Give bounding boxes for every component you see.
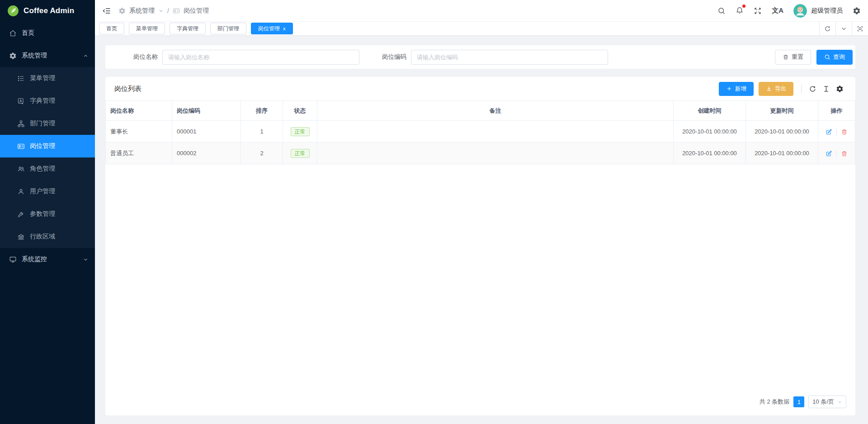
status-badge: 正常: [291, 149, 310, 158]
tab-dept-mgmt[interactable]: 部门管理: [210, 23, 246, 34]
cell-status: 正常: [283, 121, 317, 143]
cell-post-code: 000001: [172, 121, 241, 143]
sidebar-item-role-mgmt[interactable]: 角色管理: [0, 157, 95, 180]
column-settings-button[interactable]: [833, 82, 846, 95]
sidebar: Coffee Admin 首页 系统管理 菜单管理 字典管理 部门管理: [0, 0, 95, 424]
breadcrumb-separator: /: [167, 7, 169, 14]
topbar: 系统管理 / 岗位管理 文A 超级管理员: [95, 0, 868, 22]
tab-dict-mgmt[interactable]: 字典管理: [170, 23, 206, 34]
breadcrumb-item[interactable]: 系统管理: [129, 7, 155, 15]
sidebar-item-label: 系统监控: [22, 255, 47, 263]
cell-created: 2020-10-01 00:00:00: [674, 121, 746, 143]
home-icon: [9, 29, 17, 37]
search-icon[interactable]: [717, 7, 726, 15]
add-button-label: 新增: [735, 85, 746, 93]
post-code-label: 岗位编码: [382, 53, 406, 61]
tab-label: 岗位管理: [258, 25, 280, 33]
sidebar-item-system[interactable]: 系统管理: [0, 44, 95, 67]
column-header: 岗位编码: [172, 101, 241, 121]
page-button-1[interactable]: 1: [793, 396, 804, 407]
sidebar-item-menu-mgmt[interactable]: 菜单管理: [0, 67, 95, 90]
gear-icon: [9, 52, 17, 60]
table-row[interactable]: 普通员工 000002 2 正常 2020-10-01 00:00:00 202…: [106, 143, 855, 164]
sidebar-item-label: 行政区域: [30, 233, 55, 241]
sidebar-item-dict-mgmt[interactable]: 字典管理: [0, 90, 95, 112]
row-density-button[interactable]: [819, 82, 833, 95]
sidebar-submenu-system: 菜单管理 字典管理 部门管理 岗位管理 角色管理 用户管理: [0, 67, 95, 248]
page-size-select[interactable]: 10 条/页: [808, 395, 846, 408]
cell-status: 正常: [283, 143, 317, 164]
cell-remark: [317, 143, 674, 164]
tab-label: 菜单管理: [136, 25, 158, 33]
app-root: Coffee Admin 首页 系统管理 菜单管理 字典管理 部门管理: [0, 0, 868, 424]
chevron-down-icon: [837, 400, 842, 405]
page-size-value: 10 条/页: [812, 398, 834, 406]
settings-gear-icon[interactable]: [853, 7, 861, 15]
sidebar-item-label: 岗位管理: [30, 142, 55, 150]
maximize-content-button[interactable]: [852, 22, 868, 35]
list-icon: [17, 75, 25, 82]
column-header: 排序: [241, 101, 283, 121]
edit-icon[interactable]: [826, 150, 832, 157]
delete-icon[interactable]: [841, 150, 848, 157]
reset-button[interactable]: 重置: [775, 50, 811, 65]
sidebar-item-home[interactable]: 首页: [0, 22, 95, 44]
user-icon: [17, 188, 25, 195]
tab-label: 字典管理: [177, 25, 198, 33]
sidebar-item-dept-mgmt[interactable]: 部门管理: [0, 112, 95, 135]
export-button[interactable]: 导出: [759, 82, 793, 96]
avatar: [793, 4, 807, 18]
tab-post-mgmt[interactable]: 岗位管理 x: [251, 23, 293, 34]
monitor-icon: [9, 256, 17, 263]
fullscreen-icon[interactable]: [754, 7, 762, 15]
tabbar: 首页 菜单管理 字典管理 部门管理 岗位管理 x: [95, 22, 868, 36]
tab-close-icon[interactable]: x: [283, 26, 286, 31]
tab-options-button[interactable]: [835, 22, 852, 35]
cell-updated: 2020-10-01 00:00:00: [746, 143, 818, 164]
sidebar-item-region[interactable]: 行政区域: [0, 225, 95, 248]
download-icon: [766, 86, 772, 92]
table-header-row: 岗位名称 岗位编码 排序 状态 备注 创建时间 更新时间 操作: [106, 101, 855, 121]
reset-button-label: 重置: [792, 53, 803, 61]
table-row[interactable]: 董事长 000001 1 正常 2020-10-01 00:00:00 2020…: [106, 121, 855, 143]
dictionary-icon: [17, 97, 25, 105]
sidebar-item-post-mgmt[interactable]: 岗位管理: [0, 135, 95, 157]
post-code-input[interactable]: [411, 50, 608, 65]
translate-icon[interactable]: 文A: [772, 6, 783, 15]
table-toolbar: 新增 导出: [714, 82, 846, 96]
table-container: 岗位名称 岗位编码 排序 状态 备注 创建时间 更新时间 操作: [105, 100, 855, 164]
toolbar-divider: [801, 85, 802, 93]
cell-post-name: 普通员工: [106, 143, 172, 164]
sidebar-collapse-icon[interactable]: [102, 6, 111, 15]
tab-home[interactable]: 首页: [99, 23, 124, 34]
gear-icon: [836, 85, 844, 93]
breadcrumb: 系统管理 / 岗位管理: [118, 7, 209, 15]
sidebar-item-user-mgmt[interactable]: 用户管理: [0, 180, 95, 203]
breadcrumb-current: 岗位管理: [184, 7, 209, 15]
sidebar-item-label: 菜单管理: [30, 74, 55, 82]
action-divider: [836, 150, 837, 157]
user-menu[interactable]: 超级管理员: [793, 4, 843, 18]
app-logo[interactable]: Coffee Admin: [0, 0, 95, 22]
add-button[interactable]: 新增: [719, 82, 754, 96]
cell-actions: [818, 121, 855, 143]
sidebar-item-monitor[interactable]: 系统监控: [0, 248, 95, 271]
username: 超级管理员: [811, 7, 843, 15]
sidebar-item-param-mgmt[interactable]: 参数管理: [0, 203, 95, 225]
column-header: 更新时间: [746, 101, 818, 121]
plus-icon: [726, 86, 732, 92]
cell-updated: 2020-10-01 00:00:00: [746, 121, 818, 143]
post-name-input[interactable]: [162, 50, 359, 65]
refresh-tab-button[interactable]: [819, 22, 835, 35]
tab-menu-mgmt[interactable]: 菜单管理: [129, 23, 165, 34]
notifications-button[interactable]: [736, 6, 744, 16]
edit-icon[interactable]: [826, 129, 832, 135]
search-form-card: 岗位名称 岗位编码 重置 查询: [105, 45, 855, 69]
post-table: 岗位名称 岗位编码 排序 状态 备注 创建时间 更新时间 操作: [105, 100, 855, 164]
delete-icon[interactable]: [841, 129, 848, 135]
app-title: Coffee Admin: [24, 6, 74, 15]
search-button[interactable]: 查询: [816, 50, 853, 65]
refresh-table-button[interactable]: [806, 82, 819, 95]
refresh-icon: [824, 25, 831, 32]
sidebar-item-label: 系统管理: [22, 52, 47, 60]
